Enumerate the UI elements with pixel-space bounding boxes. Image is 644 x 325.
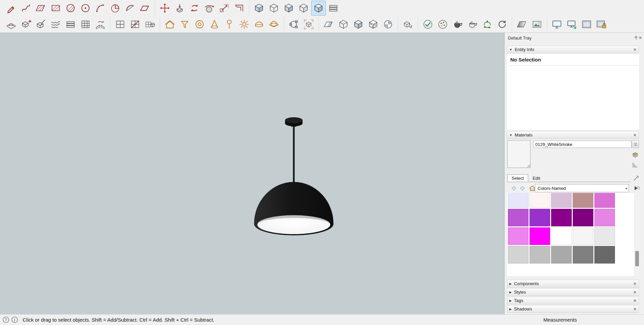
polygon-tool[interactable] <box>137 1 152 16</box>
outer-shell-tool[interactable] <box>252 1 266 16</box>
validate-button[interactable] <box>420 17 435 32</box>
refresh-button[interactable] <box>495 17 510 32</box>
donut-tool[interactable] <box>192 17 207 32</box>
intersect-tool[interactable] <box>266 1 281 16</box>
color-swatch[interactable] <box>573 227 593 245</box>
collection-dropdown[interactable]: Colors-Named ▾ <box>535 184 629 192</box>
2-point-arc-tool[interactable] <box>108 1 123 16</box>
color-swatch[interactable] <box>530 209 550 226</box>
grid-window-tool[interactable] <box>78 17 93 32</box>
freehand-tool[interactable] <box>19 1 33 16</box>
circle-nodes-tool[interactable] <box>286 17 301 32</box>
pin-icon[interactable] <box>634 35 639 41</box>
materials-close-icon[interactable]: ✕ <box>633 133 637 137</box>
entity-info-close-icon[interactable]: ✕ <box>633 48 637 52</box>
monochrome-mode-button[interactable] <box>381 17 395 32</box>
color-swatch[interactable] <box>508 246 529 264</box>
rotate-tool[interactable] <box>187 1 202 16</box>
follow-me-tool[interactable] <box>202 1 217 16</box>
textured-mode-button[interactable] <box>366 17 381 32</box>
tags-header[interactable]: ▶Tags✕ <box>507 297 639 304</box>
shaded-mode-button[interactable] <box>351 17 366 32</box>
crosshair-cube-tool[interactable] <box>301 17 316 32</box>
color-swatch[interactable] <box>508 209 529 226</box>
material-name-field[interactable] <box>533 141 632 148</box>
rectangle-tool[interactable] <box>33 1 48 16</box>
color-swatch[interactable] <box>530 193 550 208</box>
section-close-icon[interactable]: ✕ <box>633 299 637 303</box>
scale-tool[interactable] <box>217 1 232 16</box>
entity-info-header[interactable]: ▼ Entity Info ✕ <box>507 46 639 53</box>
window-export-button[interactable] <box>564 17 579 32</box>
styles-header[interactable]: ▶Styles✕ <box>507 288 639 296</box>
image-frame-button[interactable] <box>579 17 594 32</box>
components-header[interactable]: ▶Components✕ <box>507 280 639 288</box>
line-tool[interactable] <box>4 1 19 16</box>
grid-cube-tool[interactable] <box>143 17 157 32</box>
palette-button[interactable] <box>435 17 450 32</box>
back-arrow-icon[interactable] <box>509 184 517 192</box>
section-close-icon[interactable]: ✕ <box>633 290 637 294</box>
shadows-header[interactable]: ▶Shadows✕ <box>507 305 639 313</box>
ring-sphere-tool[interactable] <box>266 17 281 32</box>
color-swatch[interactable] <box>573 209 593 226</box>
dome-tool[interactable] <box>252 17 266 32</box>
forward-arrow-icon[interactable] <box>519 184 527 192</box>
terrain-waves-tool[interactable] <box>48 17 63 32</box>
xray-mode-button[interactable] <box>321 17 336 32</box>
recycle-button[interactable] <box>480 17 495 32</box>
expand-triangle-icon[interactable]: ▶ <box>509 291 512 294</box>
slab-stack-tool[interactable] <box>63 17 78 32</box>
expand-triangle-icon[interactable]: ▶ <box>509 282 512 285</box>
tab-edit[interactable]: Edit <box>528 174 544 182</box>
grid-tool[interactable] <box>113 17 128 32</box>
arc-tool[interactable] <box>93 1 108 16</box>
pin-tool[interactable] <box>222 17 237 32</box>
color-swatch[interactable] <box>551 209 572 226</box>
soften-edges-button[interactable] <box>515 17 530 32</box>
section-close-icon[interactable]: ✕ <box>633 307 637 311</box>
pie-tool[interactable] <box>78 1 93 16</box>
materials-header[interactable]: ▼ Materials ✕ <box>507 131 639 139</box>
offset-tool[interactable] <box>232 1 247 16</box>
3-point-arc-tool[interactable] <box>123 1 137 16</box>
box-pencil-tool[interactable] <box>33 17 48 32</box>
color-swatch[interactable] <box>573 193 593 208</box>
collapse-triangle-icon[interactable]: ▼ <box>509 48 512 51</box>
funnel-tool[interactable] <box>177 17 192 32</box>
color-swatch[interactable] <box>594 193 615 208</box>
color-swatch[interactable] <box>508 227 529 245</box>
tab-select[interactable]: Select <box>507 174 528 182</box>
color-swatch[interactable] <box>594 209 615 226</box>
expand-triangle-icon[interactable]: ▶ <box>509 307 512 311</box>
help-icon[interactable]: ? <box>3 317 9 323</box>
grid-divide-tool[interactable] <box>128 17 143 32</box>
circle-tool[interactable] <box>63 1 78 16</box>
color-swatch[interactable] <box>551 227 572 245</box>
swatch-scrollbar[interactable] <box>634 193 639 276</box>
move-tool[interactable] <box>157 1 172 16</box>
protractor-plane-tool[interactable] <box>4 17 19 32</box>
texture-image-button[interactable] <box>530 17 544 32</box>
wireframe-mode-button[interactable] <box>336 17 351 32</box>
color-swatch[interactable] <box>551 246 572 264</box>
create-material-button[interactable] <box>631 151 640 160</box>
cone-tool[interactable] <box>207 17 222 32</box>
tray-close-icon[interactable]: ✕ <box>639 36 642 40</box>
entity-hand-tool[interactable] <box>401 17 415 32</box>
image-lock-button[interactable] <box>594 17 609 32</box>
box-plus-tool[interactable] <box>19 17 33 32</box>
measurements-input[interactable] <box>579 316 642 325</box>
color-swatch[interactable] <box>508 193 529 208</box>
flip-plane-tool[interactable] <box>93 17 108 32</box>
material-pot-button[interactable] <box>450 17 465 32</box>
trim-tool[interactable] <box>311 1 326 16</box>
sun-tool[interactable] <box>237 17 252 32</box>
color-swatch[interactable] <box>551 193 572 208</box>
swatch-scrollbar-thumb[interactable] <box>635 251 639 266</box>
union-tool[interactable] <box>281 1 296 16</box>
eyedropper-icon[interactable] <box>632 174 640 182</box>
color-swatch[interactable] <box>573 246 593 264</box>
material-pot-outline-button[interactable] <box>465 17 480 32</box>
secondary-pane-button[interactable] <box>632 141 639 148</box>
